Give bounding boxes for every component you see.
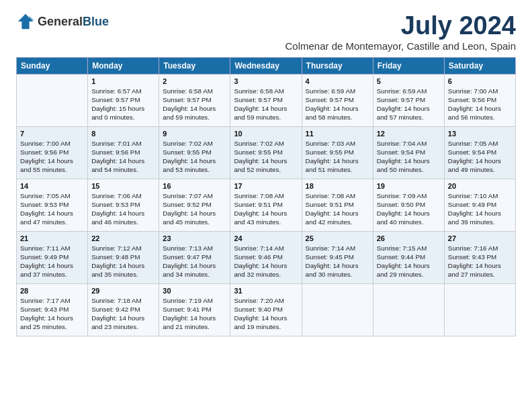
- svg-marker-0: [18, 14, 33, 29]
- day-number: 9: [163, 130, 226, 138]
- day-info: Sunrise: 7:14 AM Sunset: 9:45 PM Dayligh…: [306, 244, 369, 279]
- day-info: Sunrise: 7:06 AM Sunset: 9:53 PM Dayligh…: [91, 191, 155, 227]
- day-number: 2: [163, 77, 226, 85]
- day-cell: 24Sunrise: 7:14 AM Sunset: 9:46 PM Dayli…: [230, 231, 302, 283]
- day-number: 7: [20, 130, 84, 138]
- day-number: 20: [448, 182, 512, 190]
- logo-icon: [16, 12, 35, 31]
- column-header-sunday: Sunday: [17, 57, 88, 74]
- column-header-saturday: Saturday: [444, 57, 515, 74]
- svg-marker-1: [30, 16, 34, 21]
- day-cell: 25Sunrise: 7:14 AM Sunset: 9:45 PM Dayli…: [302, 231, 373, 283]
- day-number: 6: [448, 77, 512, 85]
- day-number: 27: [448, 234, 512, 242]
- day-cell: 19Sunrise: 7:09 AM Sunset: 9:50 PM Dayli…: [373, 179, 444, 231]
- day-cell: 10Sunrise: 7:02 AM Sunset: 9:55 PM Dayli…: [230, 126, 302, 179]
- day-cell: 27Sunrise: 7:16 AM Sunset: 9:43 PM Dayli…: [444, 231, 515, 283]
- day-info: Sunrise: 6:59 AM Sunset: 9:57 PM Dayligh…: [377, 87, 441, 122]
- day-cell: 17Sunrise: 7:08 AM Sunset: 9:51 PM Dayli…: [230, 179, 302, 231]
- day-cell: 3Sunrise: 6:58 AM Sunset: 9:57 PM Daylig…: [230, 74, 302, 126]
- page: GeneralBlue July 2024 Colmenar de Montem…: [0, 0, 532, 345]
- day-info: Sunrise: 7:03 AM Sunset: 9:55 PM Dayligh…: [306, 139, 369, 175]
- day-cell: 6Sunrise: 7:00 AM Sunset: 9:56 PM Daylig…: [444, 74, 515, 126]
- day-number: 13: [448, 130, 512, 138]
- day-number: 8: [91, 130, 155, 138]
- day-number: 22: [91, 234, 155, 242]
- day-number: 3: [234, 77, 298, 85]
- column-header-tuesday: Tuesday: [159, 57, 230, 74]
- header: GeneralBlue July 2024 Colmenar de Montem…: [16, 12, 516, 52]
- day-cell: 21Sunrise: 7:11 AM Sunset: 9:49 PM Dayli…: [17, 231, 88, 283]
- day-number: 21: [20, 234, 84, 242]
- day-info: Sunrise: 7:01 AM Sunset: 9:56 PM Dayligh…: [91, 139, 155, 175]
- day-info: Sunrise: 7:10 AM Sunset: 9:49 PM Dayligh…: [448, 191, 512, 227]
- day-info: Sunrise: 7:19 AM Sunset: 9:41 PM Dayligh…: [163, 296, 226, 332]
- day-info: Sunrise: 7:11 AM Sunset: 9:49 PM Dayligh…: [20, 244, 84, 279]
- day-cell: 30Sunrise: 7:19 AM Sunset: 9:41 PM Dayli…: [159, 283, 230, 336]
- day-info: Sunrise: 7:08 AM Sunset: 9:51 PM Dayligh…: [306, 191, 369, 227]
- day-info: Sunrise: 7:02 AM Sunset: 9:55 PM Dayligh…: [163, 139, 226, 175]
- day-info: Sunrise: 7:05 AM Sunset: 9:54 PM Dayligh…: [448, 139, 512, 175]
- title-block: July 2024 Colmenar de Montemayor, Castil…: [285, 12, 516, 52]
- day-info: Sunrise: 6:59 AM Sunset: 9:57 PM Dayligh…: [306, 87, 369, 122]
- day-number: 29: [91, 287, 155, 295]
- day-number: 28: [20, 287, 84, 295]
- day-info: Sunrise: 7:18 AM Sunset: 9:42 PM Dayligh…: [91, 296, 155, 332]
- logo-general: General: [38, 15, 83, 28]
- week-row-3: 14Sunrise: 7:05 AM Sunset: 9:53 PM Dayli…: [17, 179, 516, 231]
- day-info: Sunrise: 7:02 AM Sunset: 9:55 PM Dayligh…: [234, 139, 298, 175]
- subtitle: Colmenar de Montemayor, Castille and Leo…: [285, 40, 516, 52]
- day-cell: 11Sunrise: 7:03 AM Sunset: 9:55 PM Dayli…: [302, 126, 373, 179]
- day-number: 1: [91, 77, 155, 85]
- logo-blue: Blue: [83, 15, 109, 28]
- day-number: 14: [20, 182, 84, 190]
- day-number: 23: [163, 234, 226, 242]
- day-info: Sunrise: 7:05 AM Sunset: 9:53 PM Dayligh…: [20, 191, 84, 227]
- day-cell: [302, 283, 373, 336]
- day-info: Sunrise: 6:58 AM Sunset: 9:57 PM Dayligh…: [163, 87, 226, 122]
- day-info: Sunrise: 6:58 AM Sunset: 9:57 PM Dayligh…: [234, 87, 298, 122]
- day-cell: 13Sunrise: 7:05 AM Sunset: 9:54 PM Dayli…: [444, 126, 515, 179]
- day-number: 30: [163, 287, 226, 295]
- day-number: 17: [234, 182, 298, 190]
- day-cell: 28Sunrise: 7:17 AM Sunset: 9:43 PM Dayli…: [17, 283, 88, 336]
- column-header-monday: Monday: [88, 57, 159, 74]
- day-info: Sunrise: 7:13 AM Sunset: 9:47 PM Dayligh…: [163, 244, 226, 279]
- day-cell: 18Sunrise: 7:08 AM Sunset: 9:51 PM Dayli…: [302, 179, 373, 231]
- day-info: Sunrise: 7:16 AM Sunset: 9:43 PM Dayligh…: [448, 244, 512, 279]
- column-header-wednesday: Wednesday: [230, 57, 302, 74]
- day-info: Sunrise: 7:14 AM Sunset: 9:46 PM Dayligh…: [234, 244, 298, 279]
- column-header-friday: Friday: [373, 57, 444, 74]
- day-info: Sunrise: 7:07 AM Sunset: 9:52 PM Dayligh…: [163, 191, 226, 227]
- day-cell: 8Sunrise: 7:01 AM Sunset: 9:56 PM Daylig…: [88, 126, 159, 179]
- day-cell: 14Sunrise: 7:05 AM Sunset: 9:53 PM Dayli…: [17, 179, 88, 231]
- day-cell: 22Sunrise: 7:12 AM Sunset: 9:48 PM Dayli…: [88, 231, 159, 283]
- day-info: Sunrise: 6:57 AM Sunset: 9:57 PM Dayligh…: [91, 87, 155, 122]
- day-cell: 15Sunrise: 7:06 AM Sunset: 9:53 PM Dayli…: [88, 179, 159, 231]
- day-cell: 20Sunrise: 7:10 AM Sunset: 9:49 PM Dayli…: [444, 179, 515, 231]
- day-cell: 2Sunrise: 6:58 AM Sunset: 9:57 PM Daylig…: [159, 74, 230, 126]
- day-cell: 23Sunrise: 7:13 AM Sunset: 9:47 PM Dayli…: [159, 231, 230, 283]
- day-info: Sunrise: 7:08 AM Sunset: 9:51 PM Dayligh…: [234, 191, 298, 227]
- day-info: Sunrise: 7:04 AM Sunset: 9:54 PM Dayligh…: [377, 139, 441, 175]
- day-cell: 29Sunrise: 7:18 AM Sunset: 9:42 PM Dayli…: [88, 283, 159, 336]
- day-number: 10: [234, 130, 298, 138]
- day-info: Sunrise: 7:15 AM Sunset: 9:44 PM Dayligh…: [377, 244, 441, 279]
- day-cell: [17, 74, 88, 126]
- day-cell: 7Sunrise: 7:00 AM Sunset: 9:56 PM Daylig…: [17, 126, 88, 179]
- day-number: 19: [377, 182, 441, 190]
- week-row-5: 28Sunrise: 7:17 AM Sunset: 9:43 PM Dayli…: [17, 283, 516, 336]
- day-number: 4: [306, 77, 369, 85]
- day-info: Sunrise: 7:12 AM Sunset: 9:48 PM Dayligh…: [91, 244, 155, 279]
- day-number: 25: [306, 234, 369, 242]
- week-row-1: 1Sunrise: 6:57 AM Sunset: 9:57 PM Daylig…: [17, 74, 516, 126]
- day-info: Sunrise: 7:00 AM Sunset: 9:56 PM Dayligh…: [20, 139, 84, 175]
- logo: GeneralBlue: [16, 12, 109, 31]
- week-row-2: 7Sunrise: 7:00 AM Sunset: 9:56 PM Daylig…: [17, 126, 516, 179]
- day-info: Sunrise: 7:09 AM Sunset: 9:50 PM Dayligh…: [377, 191, 441, 227]
- day-cell: 31Sunrise: 7:20 AM Sunset: 9:40 PM Dayli…: [230, 283, 302, 336]
- day-cell: 26Sunrise: 7:15 AM Sunset: 9:44 PM Dayli…: [373, 231, 444, 283]
- column-header-thursday: Thursday: [302, 57, 373, 74]
- day-cell: [444, 283, 515, 336]
- calendar-table: SundayMondayTuesdayWednesdayThursdayFrid…: [16, 57, 516, 336]
